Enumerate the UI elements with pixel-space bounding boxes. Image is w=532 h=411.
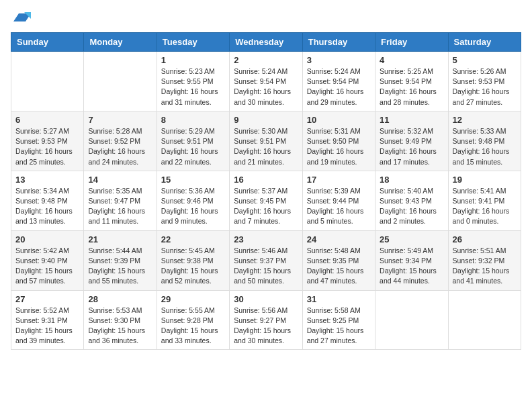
day-info: Sunrise: 5:28 AM Sunset: 9:52 PM Dayligh… [88,126,152,167]
day-number: 27 [15,294,79,304]
day-number: 17 [307,175,371,185]
day-info: Sunrise: 5:56 AM Sunset: 9:27 PM Dayligh… [234,306,298,347]
day-number: 11 [380,115,443,125]
day-number: 3 [307,55,371,65]
weekday-header: Friday [375,33,448,52]
day-info: Sunrise: 5:42 AM Sunset: 9:40 PM Dayligh… [15,246,79,287]
day-number: 31 [307,294,371,304]
weekday-header: Wednesday [230,33,302,52]
day-info: Sunrise: 5:41 AM Sunset: 9:41 PM Dayligh… [453,186,517,227]
calendar-day-cell [375,290,448,350]
calendar-day-cell: 21Sunrise: 5:44 AM Sunset: 9:39 PM Dayli… [84,230,157,290]
calendar-day-cell: 12Sunrise: 5:33 AM Sunset: 9:48 PM Dayli… [448,111,521,171]
calendar-day-cell: 26Sunrise: 5:51 AM Sunset: 9:32 PM Dayli… [448,230,521,290]
day-number: 26 [453,234,517,244]
day-info: Sunrise: 5:48 AM Sunset: 9:35 PM Dayligh… [307,246,371,287]
calendar-day-cell: 19Sunrise: 5:41 AM Sunset: 9:41 PM Dayli… [448,171,521,230]
calendar-day-cell: 10Sunrise: 5:31 AM Sunset: 9:50 PM Dayli… [302,111,375,171]
calendar-day-cell: 30Sunrise: 5:56 AM Sunset: 9:27 PM Dayli… [230,290,302,350]
day-info: Sunrise: 5:35 AM Sunset: 9:47 PM Dayligh… [88,186,152,227]
day-info: Sunrise: 5:49 AM Sunset: 9:34 PM Dayligh… [380,246,443,287]
calendar-day-cell: 29Sunrise: 5:55 AM Sunset: 9:28 PM Dayli… [157,290,229,350]
day-number: 6 [15,115,79,125]
day-number: 2 [234,55,298,65]
calendar-day-cell: 24Sunrise: 5:48 AM Sunset: 9:35 PM Dayli… [302,230,375,290]
day-info: Sunrise: 5:25 AM Sunset: 9:54 PM Dayligh… [380,66,443,107]
day-info: Sunrise: 5:53 AM Sunset: 9:30 PM Dayligh… [88,306,152,347]
day-number: 16 [234,175,298,185]
weekday-header: Thursday [302,33,375,52]
day-number: 13 [15,175,79,185]
day-info: Sunrise: 5:52 AM Sunset: 9:31 PM Dayligh… [15,306,79,347]
calendar-day-cell: 23Sunrise: 5:46 AM Sunset: 9:37 PM Dayli… [230,230,302,290]
calendar-day-cell: 9Sunrise: 5:30 AM Sunset: 9:51 PM Daylig… [230,111,302,171]
day-info: Sunrise: 5:32 AM Sunset: 9:49 PM Dayligh… [380,126,443,167]
day-info: Sunrise: 5:29 AM Sunset: 9:51 PM Dayligh… [161,126,225,167]
day-number: 25 [380,234,443,244]
calendar-header-row: SundayMondayTuesdayWednesdayThursdayFrid… [11,33,521,52]
calendar-day-cell: 13Sunrise: 5:34 AM Sunset: 9:48 PM Dayli… [11,171,84,230]
calendar-day-cell: 16Sunrise: 5:37 AM Sunset: 9:45 PM Dayli… [230,171,302,230]
calendar-week-row: 20Sunrise: 5:42 AM Sunset: 9:40 PM Dayli… [11,230,521,290]
day-info: Sunrise: 5:34 AM Sunset: 9:48 PM Dayligh… [15,186,79,227]
day-number: 22 [161,234,225,244]
calendar-day-cell: 15Sunrise: 5:36 AM Sunset: 9:46 PM Dayli… [157,171,229,230]
day-info: Sunrise: 5:33 AM Sunset: 9:48 PM Dayligh… [453,126,517,167]
calendar-day-cell: 27Sunrise: 5:52 AM Sunset: 9:31 PM Dayli… [11,290,84,350]
day-number: 18 [380,175,443,185]
day-number: 28 [88,294,152,304]
day-info: Sunrise: 5:30 AM Sunset: 9:51 PM Dayligh… [234,126,298,167]
calendar-week-row: 1Sunrise: 5:23 AM Sunset: 9:55 PM Daylig… [11,52,521,111]
calendar-day-cell: 25Sunrise: 5:49 AM Sunset: 9:34 PM Dayli… [375,230,448,290]
calendar-day-cell: 2Sunrise: 5:24 AM Sunset: 9:54 PM Daylig… [230,52,302,111]
day-info: Sunrise: 5:46 AM Sunset: 9:37 PM Dayligh… [234,246,298,287]
weekday-header: Tuesday [157,33,229,52]
day-info: Sunrise: 5:58 AM Sunset: 9:25 PM Dayligh… [307,306,371,347]
calendar-day-cell: 18Sunrise: 5:40 AM Sunset: 9:43 PM Dayli… [375,171,448,230]
day-number: 7 [88,115,152,125]
calendar-day-cell: 11Sunrise: 5:32 AM Sunset: 9:49 PM Dayli… [375,111,448,171]
logo-icon [12,11,31,24]
day-info: Sunrise: 5:51 AM Sunset: 9:32 PM Dayligh… [453,246,517,287]
calendar-day-cell [84,52,157,111]
day-number: 23 [234,234,298,244]
calendar-day-cell: 4Sunrise: 5:25 AM Sunset: 9:54 PM Daylig… [375,52,448,111]
day-number: 4 [380,55,443,65]
day-info: Sunrise: 5:55 AM Sunset: 9:28 PM Dayligh… [161,306,225,347]
day-info: Sunrise: 5:39 AM Sunset: 9:44 PM Dayligh… [307,186,371,227]
day-number: 19 [453,175,517,185]
calendar-day-cell: 14Sunrise: 5:35 AM Sunset: 9:47 PM Dayli… [84,171,157,230]
calendar-week-row: 13Sunrise: 5:34 AM Sunset: 9:48 PM Dayli… [11,171,521,230]
day-number: 24 [307,234,371,244]
day-number: 8 [161,115,225,125]
day-info: Sunrise: 5:23 AM Sunset: 9:55 PM Dayligh… [161,66,225,107]
weekday-header: Saturday [448,33,521,52]
day-info: Sunrise: 5:24 AM Sunset: 9:54 PM Dayligh… [234,66,298,107]
calendar-day-cell: 28Sunrise: 5:53 AM Sunset: 9:30 PM Dayli… [84,290,157,350]
calendar-week-row: 6Sunrise: 5:27 AM Sunset: 9:53 PM Daylig… [11,111,521,171]
day-info: Sunrise: 5:37 AM Sunset: 9:45 PM Dayligh… [234,186,298,227]
calendar-day-cell: 20Sunrise: 5:42 AM Sunset: 9:40 PM Dayli… [11,230,84,290]
weekday-header: Sunday [11,33,84,52]
day-info: Sunrise: 5:27 AM Sunset: 9:53 PM Dayligh… [15,126,79,167]
day-info: Sunrise: 5:45 AM Sunset: 9:38 PM Dayligh… [161,246,225,287]
weekday-header: Monday [84,33,157,52]
calendar-day-cell: 3Sunrise: 5:24 AM Sunset: 9:54 PM Daylig… [302,52,375,111]
logo [11,11,31,24]
calendar-table: SundayMondayTuesdayWednesdayThursdayFrid… [11,32,521,350]
day-number: 5 [453,55,517,65]
calendar-day-cell: 8Sunrise: 5:29 AM Sunset: 9:51 PM Daylig… [157,111,229,171]
calendar-day-cell: 7Sunrise: 5:28 AM Sunset: 9:52 PM Daylig… [84,111,157,171]
day-info: Sunrise: 5:40 AM Sunset: 9:43 PM Dayligh… [380,186,443,227]
day-info: Sunrise: 5:44 AM Sunset: 9:39 PM Dayligh… [88,246,152,287]
day-number: 1 [161,55,225,65]
day-info: Sunrise: 5:24 AM Sunset: 9:54 PM Dayligh… [307,66,371,107]
day-number: 12 [453,115,517,125]
day-number: 9 [234,115,298,125]
day-number: 20 [15,234,79,244]
day-number: 14 [88,175,152,185]
day-info: Sunrise: 5:31 AM Sunset: 9:50 PM Dayligh… [307,126,371,167]
day-info: Sunrise: 5:26 AM Sunset: 9:53 PM Dayligh… [453,66,517,107]
calendar-day-cell: 22Sunrise: 5:45 AM Sunset: 9:38 PM Dayli… [157,230,229,290]
calendar-week-row: 27Sunrise: 5:52 AM Sunset: 9:31 PM Dayli… [11,290,521,350]
